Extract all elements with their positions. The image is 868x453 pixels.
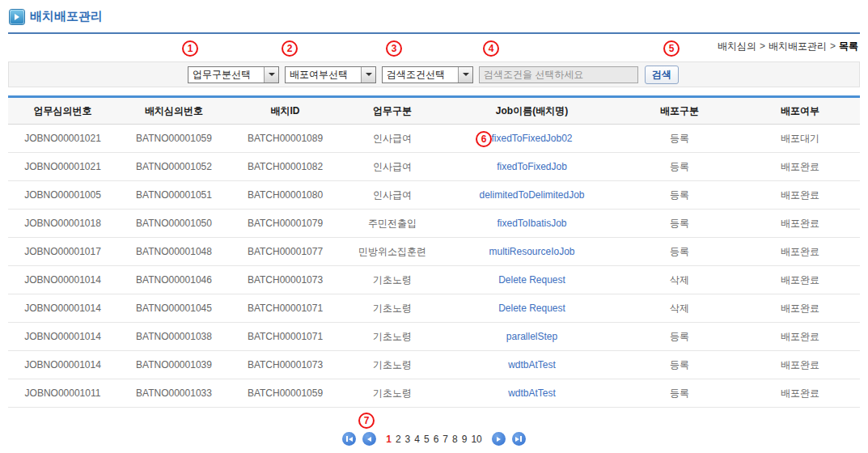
cell-batch-id: BATCH00001073	[231, 351, 340, 379]
cell-business-type: 인사급여	[340, 125, 445, 153]
cell-bat-no: BATNO00001033	[117, 379, 231, 408]
cell-job-no: JOBNO00001014	[8, 294, 117, 323]
cell-job-no: JOBNO00001018	[8, 210, 117, 238]
prev-page-button[interactable]	[362, 432, 376, 446]
cell-job-no: JOBNO00001017	[8, 238, 117, 266]
chevron-down-icon	[361, 67, 375, 83]
cell-business-type: 기초노령	[340, 323, 445, 351]
cell-job-no: JOBNO00001011	[8, 379, 117, 408]
cell-deploy-status: 배포완료	[740, 210, 860, 238]
job-name-link[interactable]: delimitedToDelimitedJob	[479, 189, 584, 201]
table-row: JOBNO00001021 BATNO00001052 BATCH0000108…	[8, 153, 860, 181]
cell-job-no: JOBNO00001014	[8, 351, 117, 379]
cell-deploy-type: 등록	[619, 210, 740, 238]
deploy-status-select[interactable]: 배포여부선택	[285, 66, 376, 83]
page-number-current: 1	[386, 434, 392, 445]
cell-bat-no: BATNO00001051	[117, 181, 231, 210]
batch-deploy-table: 업무심의번호 배치심의번호 배치ID 업무구분 Job이름(배치명) 배포구분 …	[8, 95, 860, 408]
page-number[interactable]: 10	[471, 434, 481, 445]
job-name-link[interactable]: wdtbAtTest	[508, 387, 556, 399]
table-row: JOBNO00001021 BATNO00001059 BATCH0000108…	[8, 125, 860, 153]
annotation-circle-2: 2	[282, 40, 298, 57]
cell-business-type: 민방위소집훈련	[340, 238, 445, 266]
cell-batch-id: BATCH00001077	[231, 238, 340, 266]
page-number[interactable]: 3	[405, 434, 411, 445]
cell-batch-id: BATCH00001073	[231, 266, 340, 294]
page-number[interactable]: 4	[414, 434, 420, 445]
cell-batch-id: BATCH00001082	[231, 153, 340, 181]
page-number[interactable]: 2	[396, 434, 401, 445]
cell-job-no: JOBNO00001014	[8, 323, 117, 351]
cell-deploy-status: 배포대기	[740, 125, 860, 153]
chevron-down-icon	[264, 67, 278, 83]
cell-deploy-status: 배포완료	[740, 238, 860, 266]
job-name-link[interactable]: fixedToIbatisJob	[497, 218, 566, 229]
cell-batch-id: BATCH00001089	[231, 125, 340, 153]
search-keyword-input[interactable]	[479, 66, 638, 83]
chevron-down-icon	[458, 67, 472, 83]
cell-deploy-type: 등록	[619, 351, 740, 379]
cell-deploy-status: 배포완료	[740, 153, 860, 181]
search-button[interactable]: 검색	[645, 66, 679, 84]
table-row: JOBNO00001005 BATNO00001051 BATCH0000108…	[8, 181, 860, 210]
job-name-link[interactable]: Delete Request	[498, 303, 565, 314]
breadcrumb-item: 배치심의	[718, 40, 756, 52]
business-type-select[interactable]: 업무구분선택	[188, 66, 279, 83]
col-header-business-type: 업무구분	[340, 97, 445, 125]
cell-deploy-type: 삭제	[619, 294, 740, 323]
title-divider	[8, 32, 860, 34]
search-condition-select[interactable]: 검색조건선택	[382, 66, 473, 83]
col-header-batch-id: 배치ID	[231, 97, 340, 125]
cell-bat-no: BATNO00001038	[117, 323, 231, 351]
cell-business-type: 기초노령	[340, 294, 445, 323]
cell-batch-id: BATCH00001079	[231, 210, 340, 238]
first-page-icon	[346, 436, 348, 442]
cell-batch-id: BATCH00001080	[231, 181, 340, 210]
cell-deploy-status: 배포완료	[740, 323, 860, 351]
col-header-deploy-type: 배포구분	[619, 97, 740, 125]
page-title: 배치배포관리	[30, 9, 103, 24]
page-number-list: 1 2 3 4 5 6 7 8 9 10	[386, 434, 482, 445]
col-header-batch-review-no: 배치심의번호	[117, 97, 231, 125]
annotation-circle-7: 7	[358, 413, 375, 429]
cell-bat-no: BATNO00001052	[117, 153, 231, 181]
cell-business-type: 주민전출입	[340, 210, 445, 238]
table-row: JOBNO00001014 BATNO00001045 BATCH0000107…	[8, 294, 860, 323]
page-number[interactable]: 7	[442, 434, 448, 445]
first-page-button[interactable]	[342, 432, 356, 446]
cell-bat-no: BATNO00001048	[117, 238, 231, 266]
annotation-circle-5: 5	[663, 40, 680, 57]
cell-batch-id: BATCH00001071	[231, 294, 340, 323]
cell-deploy-type: 등록	[619, 379, 740, 408]
job-name-link[interactable]: wdtbAtTest	[508, 359, 556, 370]
job-name-link[interactable]: multiResourceIoJob	[489, 246, 574, 257]
next-page-button[interactable]	[492, 432, 506, 446]
job-name-link[interactable]: parallelStep	[506, 331, 557, 342]
page-number[interactable]: 6	[434, 434, 439, 445]
cell-deploy-type: 등록	[619, 238, 740, 266]
table-row: JOBNO00001011 BATNO00001033 BATCH0000105…	[8, 379, 860, 408]
cell-job-no: JOBNO00001014	[8, 266, 117, 294]
job-name-link[interactable]: fixedToFixedJob02	[491, 133, 572, 144]
breadcrumb-separator: >	[830, 40, 836, 52]
business-type-select-value: 업무구분선택	[193, 68, 251, 82]
cell-deploy-type: 등록	[619, 181, 740, 210]
page-number[interactable]: 8	[452, 434, 458, 445]
next-page-icon	[497, 437, 501, 442]
prev-page-icon	[367, 437, 371, 442]
table-row: JOBNO00001014 BATNO00001046 BATCH0000107…	[8, 266, 860, 294]
cell-business-type: 인사급여	[340, 153, 445, 181]
table-row: JOBNO00001018 BATNO00001050 BATCH0000107…	[8, 210, 860, 238]
cell-job-no: JOBNO00001005	[8, 181, 117, 210]
job-name-link[interactable]: Delete Request	[498, 274, 565, 286]
cell-job-no: JOBNO00001021	[8, 125, 117, 153]
last-page-icon	[515, 437, 519, 442]
title-arrow-icon	[10, 10, 24, 24]
batch-deploy-management-page: 배치배포관리 배치심의>배치배포관리>목록 업무구분선택 배포여부선택 검색조건…	[0, 0, 868, 453]
last-page-button[interactable]	[512, 432, 526, 446]
cell-deploy-status: 배포완료	[740, 294, 860, 323]
job-name-link[interactable]: fixedToFixedJob	[497, 161, 567, 172]
page-number[interactable]: 9	[462, 434, 468, 445]
breadcrumb-current: 목록	[839, 40, 858, 52]
page-number[interactable]: 5	[424, 434, 430, 445]
